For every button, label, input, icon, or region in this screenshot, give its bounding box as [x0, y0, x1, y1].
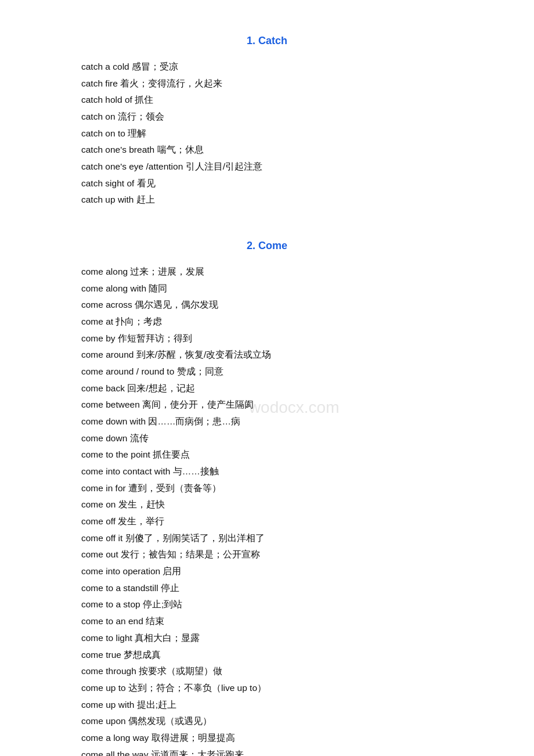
phrase-text: come into contact with — [81, 466, 170, 476]
phrase-text: come across — [81, 300, 132, 309]
list-item: come to the point 抓住要点 — [81, 447, 453, 463]
list-item: come in for 遭到，受到（责备等） — [81, 480, 453, 497]
translation-text: 真相大白；显露 — [135, 633, 200, 643]
phrase-text: come a long way — [81, 733, 149, 743]
phrase-text: catch one's eye /attention — [81, 161, 183, 171]
list-item: come through 按要求（或期望）做 — [81, 663, 453, 680]
translation-text: 达到；符合；不辜负（live up to） — [128, 683, 266, 693]
phrase-text: come off it — [81, 533, 122, 543]
phrase-text: come down — [81, 433, 127, 443]
translation-text: 看见 — [137, 178, 156, 188]
translation-text: 随同 — [149, 283, 167, 293]
list-item: catch on to 理解 — [81, 125, 453, 142]
list-item: come by 作短暂拜访；得到 — [81, 330, 453, 347]
list-item: come all the way 远道而来；大老远跑来 — [81, 747, 453, 756]
translation-text: 取得进展；明显提高 — [151, 733, 235, 743]
list-item: come out 发行；被告知；结果是；公开宣称 — [81, 546, 453, 563]
list-item: catch fire 着火；变得流行，火起来 — [81, 75, 453, 92]
list-item: come around / round to 赞成；同意 — [81, 363, 453, 380]
list-item: come a long way 取得进展；明显提高 — [81, 730, 453, 747]
list-item: come to a stop 停止;到站 — [81, 596, 453, 613]
list-item: come to light 真相大白；显露 — [81, 630, 453, 647]
phrase-text: catch on — [81, 111, 116, 121]
translation-text: 感冒；受凉 — [132, 62, 178, 71]
phrase-text: come by — [81, 333, 116, 343]
phrase-text: come to light — [81, 633, 132, 643]
phrase-text: catch one's breath — [81, 145, 154, 154]
list-item: catch one's breath 喘气；休息 — [81, 142, 453, 159]
phrase-text: catch a cold — [81, 62, 129, 71]
list-item: come into contact with 与……接触 — [81, 463, 453, 480]
phrase-text: come back — [81, 383, 125, 393]
translation-text: 作短暂拜访；得到 — [118, 333, 192, 343]
phrase-text: come upon — [81, 716, 126, 726]
translation-text: 赞成；同意 — [177, 366, 223, 376]
list-item: come into operation 启用 — [81, 563, 453, 580]
list-item: come between 离间，使分开，使产生隔阂 — [81, 397, 453, 413]
list-item: come upon 偶然发现（或遇见） — [81, 713, 453, 730]
phrase-text: come around / round to — [81, 366, 174, 376]
phrase-text: come to a standstill — [81, 583, 158, 593]
translation-text: 别傻了，别闹笑话了，别出洋相了 — [125, 533, 265, 543]
translation-text: 远道而来；大老远跑来 — [151, 750, 244, 756]
list-item: come down 流传 — [81, 430, 453, 447]
translation-text: 流行；领会 — [118, 111, 164, 121]
phrase-text: come in for — [81, 483, 126, 493]
list-item: catch a cold 感冒；受凉 — [81, 59, 453, 75]
translation-text: 到来/苏醒，恢复/改变看法或立场 — [136, 350, 272, 359]
list-item: catch on 流行；领会 — [81, 109, 453, 125]
translation-text: 离间，使分开，使产生隔阂 — [142, 399, 254, 409]
phrase-text: come on — [81, 499, 116, 509]
list-item: come at 扑向；考虑 — [81, 314, 453, 330]
phrase-text: come to the point — [81, 449, 150, 459]
translation-text: 发生，赶快 — [118, 499, 165, 509]
phrase-text: come between — [81, 399, 140, 409]
list-item: come across 偶尔遇见，偶尔发现 — [81, 297, 453, 314]
phrase-text: come down with — [81, 416, 146, 426]
phrase-text: come into operation — [81, 566, 160, 576]
list-item: come along 过来；进展，发展 — [81, 264, 453, 280]
list-item: come to a standstill 停止 — [81, 580, 453, 597]
list-item: come up with 提出;赶上 — [81, 697, 453, 714]
phrase-text: come to an end — [81, 616, 143, 626]
list-item: come along with 随同 — [81, 280, 453, 297]
phrase-text: catch up with — [81, 195, 134, 204]
translation-text: 因……而病倒；患…病 — [148, 416, 240, 426]
translation-text: 发行；被告知；结果是；公开宣称 — [121, 549, 260, 559]
phrase-text: come out — [81, 549, 118, 559]
list-item: catch hold of 抓住 — [81, 92, 453, 109]
list-item: come back 回来/想起，记起 — [81, 380, 453, 397]
translation-text: 喘气；休息 — [157, 145, 204, 154]
phrase-text: come up to — [81, 683, 126, 693]
translation-text: 偶尔遇见，偶尔发现 — [135, 300, 218, 309]
list-item: come off it 别傻了，别闹笑话了，别出洋相了 — [81, 530, 453, 547]
list-item: catch sight of 看见 — [81, 175, 453, 192]
phrase-text: come off — [81, 516, 116, 526]
phrase-text: come along with — [81, 283, 146, 293]
translation-text: 按要求（或期望）做 — [139, 666, 222, 676]
phrase-text: come along — [81, 267, 128, 276]
translation-text: 抓住要点 — [153, 449, 190, 459]
translation-text: 扑向；考虑 — [116, 316, 162, 326]
list-item: come on 发生，赶快 — [81, 496, 453, 513]
translation-text: 提出;赶上 — [137, 700, 176, 710]
phrase-text: come through — [81, 666, 136, 676]
list-item: come to an end 结束 — [81, 613, 453, 630]
translation-text: 遭到，受到（责备等） — [128, 483, 221, 493]
section-come: 2. Comecome along 过来；进展，发展come along wit… — [81, 240, 453, 756]
translation-text: 偶然发现（或遇见） — [128, 716, 212, 726]
list-item: come down with 因……而病倒；患…病 — [81, 413, 453, 430]
phrase-text: come all the way — [81, 750, 148, 756]
translation-text: 理解 — [128, 128, 146, 138]
phrase-text: come true — [81, 650, 121, 660]
translation-text: 发生，举行 — [118, 516, 164, 526]
translation-text: 与……接触 — [173, 466, 219, 476]
translation-text: 梦想成真 — [124, 650, 161, 660]
phrase-text: come around — [81, 350, 134, 359]
list-item: catch one's eye /attention 引人注目/引起注意 — [81, 159, 453, 175]
section-title-catch: 1. Catch — [81, 35, 453, 47]
translation-text: 流传 — [130, 433, 149, 443]
translation-text: 启用 — [163, 566, 181, 576]
phrase-text: catch hold of — [81, 95, 132, 105]
list-item: come around 到来/苏醒，恢复/改变看法或立场 — [81, 347, 453, 363]
